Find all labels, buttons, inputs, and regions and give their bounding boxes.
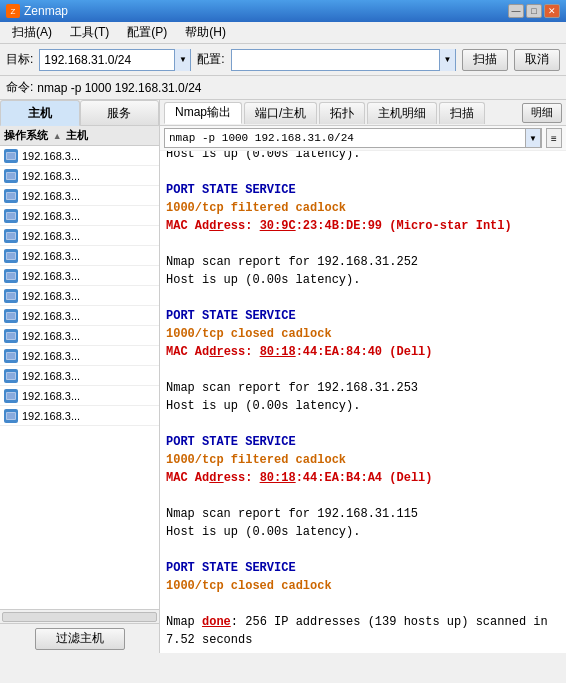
host-icon bbox=[4, 149, 18, 163]
app-title: Zenmap bbox=[24, 4, 68, 18]
output-line: Host is up (0.00s latency). bbox=[166, 271, 560, 289]
output-line: MAC Address: 30:9C:23:4B:DE:99 (Micro-st… bbox=[166, 217, 560, 235]
host-row[interactable]: 192.168.3... bbox=[0, 346, 159, 366]
app-icon: Z bbox=[6, 4, 20, 18]
host-row[interactable]: 192.168.3... bbox=[0, 386, 159, 406]
tab-hosts[interactable]: 主机 bbox=[0, 100, 80, 126]
host-row[interactable]: 192.168.3... bbox=[0, 326, 159, 346]
output-line bbox=[166, 361, 560, 379]
host-icon bbox=[4, 209, 18, 223]
menu-config[interactable]: 配置(P) bbox=[119, 22, 175, 43]
output-line: Nmap scan report for 192.168.31.253 bbox=[166, 379, 560, 397]
filter-button[interactable]: 过滤主机 bbox=[35, 628, 125, 650]
output-combo-value[interactable]: nmap -p 1000 192.168.31.0/24 bbox=[165, 132, 525, 144]
host-ip: 192.168.3... bbox=[22, 230, 80, 242]
host-icon bbox=[4, 389, 18, 403]
host-ip: 192.168.3... bbox=[22, 290, 80, 302]
host-ip: 192.168.3... bbox=[22, 150, 80, 162]
menu-tools[interactable]: 工具(T) bbox=[62, 22, 117, 43]
output-line: Nmap scan report for 192.168.31.115 bbox=[166, 505, 560, 523]
maximize-button[interactable]: □ bbox=[526, 4, 542, 18]
host-row[interactable]: 192.168.3... bbox=[0, 266, 159, 286]
host-icon bbox=[4, 309, 18, 323]
target-input[interactable] bbox=[40, 50, 170, 70]
output-line: 1000/tcp filtered cadlock bbox=[166, 451, 560, 469]
host-row[interactable]: 192.168.3... bbox=[0, 306, 159, 326]
host-icon bbox=[4, 369, 18, 383]
menu-bar: 扫描(A) 工具(T) 配置(P) 帮助(H) bbox=[0, 22, 566, 44]
output-menu-button[interactable]: ≡ bbox=[546, 128, 562, 148]
host-ip: 192.168.3... bbox=[22, 370, 80, 382]
target-dropdown-arrow[interactable]: ▼ bbox=[174, 49, 190, 71]
right-panel: Nmap输出 端口/主机 拓扑 主机明细 扫描 明细 nmap -p 1000 … bbox=[160, 100, 566, 653]
host-list[interactable]: 192.168.3...192.168.3...192.168.3...192.… bbox=[0, 146, 159, 609]
output-line bbox=[166, 163, 560, 181]
tab-ports-hosts[interactable]: 端口/主机 bbox=[244, 102, 317, 124]
output-line: Host is up (0.00s latency). bbox=[166, 151, 560, 163]
left-panel-tabs: 主机 服务 bbox=[0, 100, 159, 126]
output-area[interactable]: PORT STATE SERVICE1000/tcp filtered cadl… bbox=[160, 151, 566, 653]
scan-button[interactable]: 扫描 bbox=[462, 49, 508, 71]
host-row[interactable]: 192.168.3... bbox=[0, 406, 159, 426]
menu-scan[interactable]: 扫描(A) bbox=[4, 22, 60, 43]
output-line: 1000/tcp filtered cadlock bbox=[166, 199, 560, 217]
host-row[interactable]: 192.168.3... bbox=[0, 366, 159, 386]
host-ip: 192.168.3... bbox=[22, 210, 80, 222]
left-scrollbar-area bbox=[0, 609, 159, 623]
host-row[interactable]: 192.168.3... bbox=[0, 246, 159, 266]
sort-arrow: ▲ bbox=[53, 131, 62, 141]
tab-host-detail[interactable]: 主机明细 bbox=[367, 102, 437, 124]
title-bar: Z Zenmap — □ ✕ bbox=[0, 0, 566, 22]
output-line: Nmap scan report for 192.168.31.252 bbox=[166, 253, 560, 271]
output-line bbox=[166, 415, 560, 433]
minimize-button[interactable]: — bbox=[508, 4, 524, 18]
header-os: 操作系统 bbox=[4, 128, 49, 143]
left-panel: 主机 服务 操作系统 ▲ 主机 192.168.3...192.168.3...… bbox=[0, 100, 160, 653]
host-row[interactable]: 192.168.3... bbox=[0, 166, 159, 186]
close-button[interactable]: ✕ bbox=[544, 4, 560, 18]
host-ip: 192.168.3... bbox=[22, 350, 80, 362]
output-line bbox=[166, 235, 560, 253]
cancel-button[interactable]: 取消 bbox=[514, 49, 560, 71]
target-label: 目标: bbox=[6, 51, 33, 68]
output-line: PORT STATE SERVICE bbox=[166, 433, 560, 451]
command-value: nmap -p 1000 192.168.31.0/24 bbox=[37, 81, 201, 95]
horizontal-scrollbar[interactable] bbox=[2, 612, 157, 622]
host-row[interactable]: 192.168.3... bbox=[0, 226, 159, 246]
command-bar: 命令: nmap -p 1000 192.168.31.0/24 bbox=[0, 76, 566, 100]
output-line: PORT STATE SERVICE bbox=[166, 559, 560, 577]
output-line: Nmap done: 256 IP addresses (139 hosts u… bbox=[166, 613, 560, 649]
host-row[interactable]: 192.168.3... bbox=[0, 186, 159, 206]
output-toolbar: nmap -p 1000 192.168.31.0/24 ▼ ≡ bbox=[160, 126, 566, 151]
host-ip: 192.168.3... bbox=[22, 390, 80, 402]
host-ip: 192.168.3... bbox=[22, 270, 80, 282]
output-line: Host is up (0.00s latency). bbox=[166, 523, 560, 541]
tab-nmap-output[interactable]: Nmap输出 bbox=[164, 102, 242, 124]
output-line: MAC Address: 80:18:44:EA:B4:A4 (Dell) bbox=[166, 469, 560, 487]
host-icon bbox=[4, 249, 18, 263]
host-ip: 192.168.3... bbox=[22, 190, 80, 202]
output-line: 1000/tcp closed cadlock bbox=[166, 577, 560, 595]
output-line: PORT STATE SERVICE bbox=[166, 307, 560, 325]
command-label: 命令: bbox=[6, 79, 33, 96]
host-icon bbox=[4, 229, 18, 243]
tab-topology[interactable]: 拓扑 bbox=[319, 102, 365, 124]
detail-button[interactable]: 明细 bbox=[522, 103, 562, 123]
output-line bbox=[166, 487, 560, 505]
menu-help[interactable]: 帮助(H) bbox=[177, 22, 234, 43]
host-row[interactable]: 192.168.3... bbox=[0, 146, 159, 166]
host-icon bbox=[4, 329, 18, 343]
host-ip: 192.168.3... bbox=[22, 310, 80, 322]
host-row[interactable]: 192.168.3... bbox=[0, 286, 159, 306]
host-row[interactable]: 192.168.3... bbox=[0, 206, 159, 226]
output-line: Host is up (0.00s latency). bbox=[166, 397, 560, 415]
profile-input[interactable] bbox=[232, 50, 435, 70]
output-line bbox=[166, 595, 560, 613]
output-combo-arrow[interactable]: ▼ bbox=[525, 128, 541, 148]
tab-services[interactable]: 服务 bbox=[80, 100, 160, 126]
tab-scan[interactable]: 扫描 bbox=[439, 102, 485, 124]
host-icon bbox=[4, 189, 18, 203]
profile-dropdown-arrow[interactable]: ▼ bbox=[439, 49, 455, 71]
output-line: 1000/tcp closed cadlock bbox=[166, 325, 560, 343]
main-area: 主机 服务 操作系统 ▲ 主机 192.168.3...192.168.3...… bbox=[0, 100, 566, 653]
